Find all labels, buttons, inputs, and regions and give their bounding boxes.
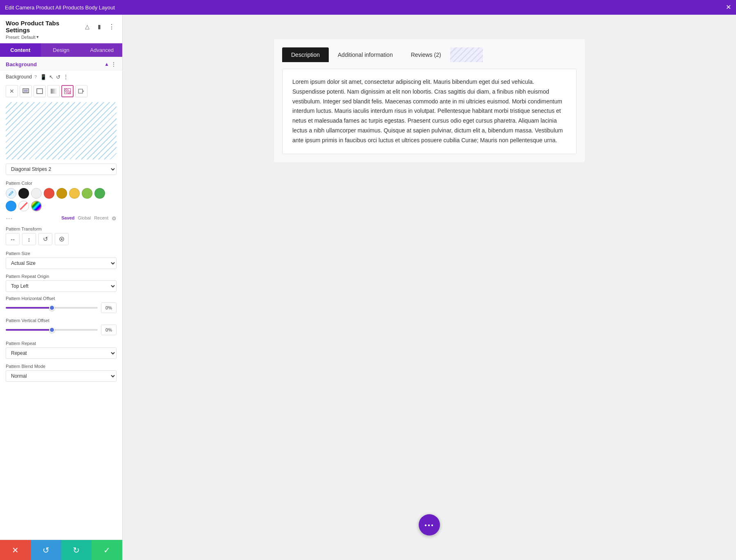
bg-more-icon[interactable]: ⋮ (63, 74, 69, 80)
svg-rect-13 (79, 89, 83, 93)
svg-rect-4 (51, 89, 56, 94)
pattern-h-offset-value[interactable]: 0% (101, 302, 117, 313)
color-tab-saved[interactable]: Saved (61, 215, 74, 222)
swatch-black[interactable] (18, 188, 29, 199)
pattern-v-offset-row: Pattern Vertical Offset 0% (0, 316, 122, 338)
swatch-blue[interactable] (6, 201, 16, 211)
tabs-nav: Description Additional information Revie… (282, 47, 577, 62)
transform-buttons: ↔ ↕ ↺ (6, 233, 117, 245)
section-collapse-icon[interactable]: ▲ (104, 61, 109, 67)
bg-help-icon[interactable]: ? (34, 74, 37, 79)
swatch-transparent[interactable] (18, 201, 29, 211)
section-title-background: Background (6, 61, 37, 67)
section-more-icon[interactable]: ⋮ (111, 61, 117, 67)
pattern-h-offset-thumb[interactable] (49, 305, 55, 311)
transform-flip-h[interactable]: ↔ (6, 233, 20, 245)
bg-undo-icon[interactable]: ↺ (56, 74, 61, 80)
bg-type-gradient[interactable] (47, 85, 60, 97)
swatch-green[interactable] (94, 188, 105, 199)
fab-button[interactable]: ●●● (419, 514, 440, 535)
tab-content[interactable]: Content (0, 43, 41, 57)
pattern-h-offset-fill (6, 307, 52, 309)
undo-button[interactable]: ↺ (31, 540, 61, 560)
pattern-transform-row: Pattern Transform ↔ ↕ ↺ (0, 225, 122, 249)
transform-reset[interactable] (55, 233, 69, 245)
panel-icon-grid[interactable]: ▮ (94, 22, 104, 31)
color-tab-settings-icon[interactable]: ⚙ (112, 215, 117, 222)
color-section: Pattern Color ··· Saved (0, 177, 122, 225)
swatch-light-green[interactable] (82, 188, 92, 199)
tab-nav-description[interactable]: Description (282, 47, 329, 62)
pattern-blend-row: Pattern Blend Mode Normal Multiply Scree… (0, 361, 122, 384)
panel-icon-circle[interactable]: △ (82, 22, 92, 31)
pattern-blend-label: Pattern Blend Mode (6, 364, 117, 369)
color-swatches (6, 188, 117, 211)
color-tab-global[interactable]: Global (78, 215, 91, 222)
top-bar: Edit Camera Product All Products Body La… (0, 0, 736, 15)
tab-nav-reviews[interactable]: Reviews (2) (402, 47, 450, 62)
pattern-dropdown[interactable]: Diagonal Stripes 2 Diagonal Stripes 1 Di… (6, 164, 117, 175)
close-icon[interactable]: ✕ (726, 4, 731, 11)
pattern-preview (6, 102, 117, 159)
pattern-v-offset-thumb[interactable] (49, 327, 55, 333)
color-section-label: Pattern Color (6, 181, 117, 186)
bottom-toolbar: ✕ ↺ ↻ ✓ (0, 540, 122, 560)
tab-nav-disabled (450, 47, 483, 62)
tab-nav-additional[interactable]: Additional information (329, 47, 402, 62)
transform-rotate[interactable]: ↺ (38, 233, 52, 245)
preset-label: Preset: Default (6, 35, 36, 40)
svg-marker-14 (83, 90, 84, 92)
pattern-v-offset-track[interactable] (6, 329, 98, 331)
save-button[interactable]: ✓ (92, 540, 122, 560)
bg-mobile-icon[interactable]: 📱 (40, 74, 47, 80)
pattern-blend-select[interactable]: Normal Multiply Screen Overlay Darken Li… (6, 370, 117, 382)
pattern-h-offset-track[interactable] (6, 307, 98, 309)
pattern-h-offset-row: Pattern Horizontal Offset 0% (0, 294, 122, 316)
swatch-white[interactable] (31, 188, 42, 199)
color-eyedropper[interactable] (6, 188, 16, 199)
pattern-v-offset-control: 0% (6, 325, 117, 335)
tab-content-description: Lorem ipsum dolor sit amet, consectetur … (282, 69, 577, 154)
bg-type-classic[interactable] (20, 85, 32, 97)
tab-advanced[interactable]: Advanced (81, 43, 122, 57)
transform-flip-v[interactable]: ↕ (22, 233, 36, 245)
pattern-dropdown-row: Diagonal Stripes 2 Diagonal Stripes 1 Di… (0, 161, 122, 177)
bg-type-classic-border[interactable] (34, 85, 46, 97)
tab-content-text: Lorem ipsum dolor sit amet, consectetur … (292, 77, 566, 146)
preset-row[interactable]: Preset: Default ▾ (6, 34, 117, 40)
right-area: Description Additional information Revie… (123, 15, 736, 560)
pattern-v-offset-value[interactable]: 0% (101, 325, 117, 335)
pattern-repeat-select[interactable]: Repeat Repeat X Repeat Y No Repeat Round… (6, 347, 117, 359)
panel-tabs: Content Design Advanced (0, 43, 122, 57)
bg-type-video[interactable] (75, 85, 88, 97)
product-tabs-widget: Description Additional information Revie… (274, 39, 585, 162)
fab-icon: ●●● (424, 523, 434, 527)
svg-rect-2 (24, 90, 28, 92)
bg-type-pattern[interactable] (61, 85, 74, 97)
swatch-red[interactable] (44, 188, 54, 199)
panel-header: Woo Product Tabs Settings △ ▮ ⋮ Preset: … (0, 15, 122, 43)
pattern-h-offset-control: 0% (6, 302, 117, 313)
swatch-yellow[interactable] (69, 188, 80, 199)
color-tabs: Saved Global Recent ⚙ (61, 215, 117, 223)
bg-type-none[interactable]: ✕ (6, 85, 18, 97)
svg-point-17 (61, 238, 63, 240)
pattern-h-offset-label: Pattern Horizontal Offset (6, 296, 117, 301)
top-bar-title: Edit Camera Product All Products Body La… (5, 4, 115, 11)
tab-design[interactable]: Design (41, 43, 82, 57)
pattern-size-label: Pattern Size (6, 251, 117, 256)
pattern-size-select[interactable]: Actual Size Cover Contain Custom (6, 258, 117, 269)
bg-cursor-icon[interactable]: ↖ (49, 74, 54, 80)
panel-more-icon[interactable]: ⋮ (107, 22, 117, 31)
panel-header-icons: △ ▮ ⋮ (82, 22, 117, 31)
swatch-color-picker[interactable] (31, 201, 42, 211)
more-swatches-icon[interactable]: ··· (6, 213, 13, 223)
swatch-dark-yellow[interactable] (56, 188, 67, 199)
pattern-repeat-origin-select[interactable]: Top Left Top Center Top Right Center Bot… (6, 280, 117, 292)
color-tab-recent[interactable]: Recent (94, 215, 108, 222)
cancel-button[interactable]: ✕ (0, 540, 31, 560)
redo-button[interactable]: ↻ (61, 540, 92, 560)
section-actions: ▲ ⋮ (104, 61, 117, 67)
pattern-repeat-origin-label: Pattern Repeat Origin (6, 274, 117, 279)
pattern-transform-label: Pattern Transform (6, 226, 117, 231)
